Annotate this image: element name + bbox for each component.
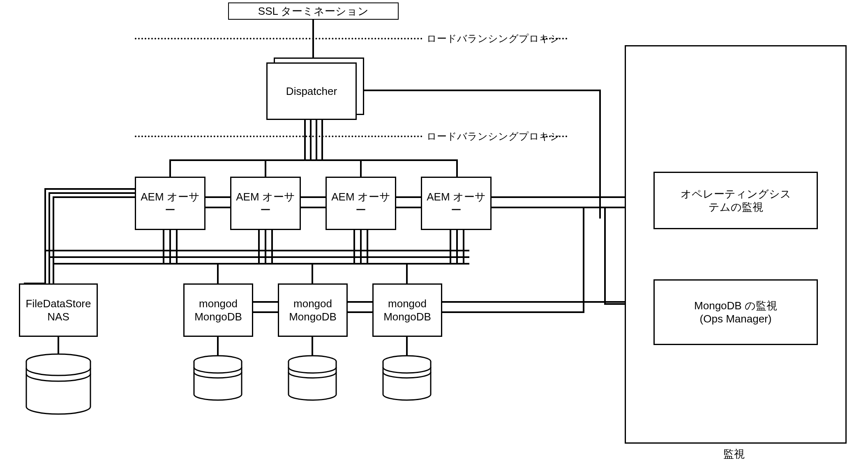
- ssl-termination-label: SSL ターミネーション: [258, 5, 369, 18]
- monitor-frame: [625, 45, 847, 444]
- load-balance-rail-1: [135, 38, 422, 39]
- mongod-1: mongod MongoDB: [183, 283, 253, 337]
- ssl-termination-box: SSL ターミネーション: [228, 2, 399, 20]
- aem-author-4-label: AEM オーサー: [424, 190, 489, 217]
- filedatastore-label: FileDataStore NAS: [26, 297, 91, 324]
- aem-author-3-label: AEM オーサー: [328, 190, 393, 217]
- aem-author-1-label: AEM オーサー: [138, 190, 203, 217]
- load-balance-rail-1b: [542, 38, 567, 39]
- load-balance-label-1: ロードバランシングプロキシ: [427, 32, 560, 45]
- aem-author-2-label: AEM オーサー: [233, 190, 298, 217]
- load-balance-label-2: ロードバランシングプロキシ: [427, 130, 560, 143]
- dispatcher-box: Dispatcher: [266, 62, 357, 120]
- aem-author-3: AEM オーサー: [326, 177, 396, 230]
- mongod-3: mongod MongoDB: [372, 283, 442, 337]
- mongodb-monitor-box: MongoDB の監視 (Ops Manager): [653, 279, 818, 345]
- aem-author-2: AEM オーサー: [230, 177, 301, 230]
- mongod-2: mongod MongoDB: [278, 283, 348, 337]
- monitor-caption: 監視: [723, 447, 745, 461]
- load-balance-rail-2b: [542, 136, 567, 137]
- aem-author-4: AEM オーサー: [421, 177, 492, 230]
- aem-author-1: AEM オーサー: [135, 177, 205, 230]
- load-balance-rail-2: [135, 136, 422, 137]
- dispatcher-label: Dispatcher: [286, 85, 337, 98]
- os-monitor-box: オペレーティングシス テムの監視: [653, 172, 818, 229]
- filedatastore-box: FileDataStore NAS: [19, 283, 98, 337]
